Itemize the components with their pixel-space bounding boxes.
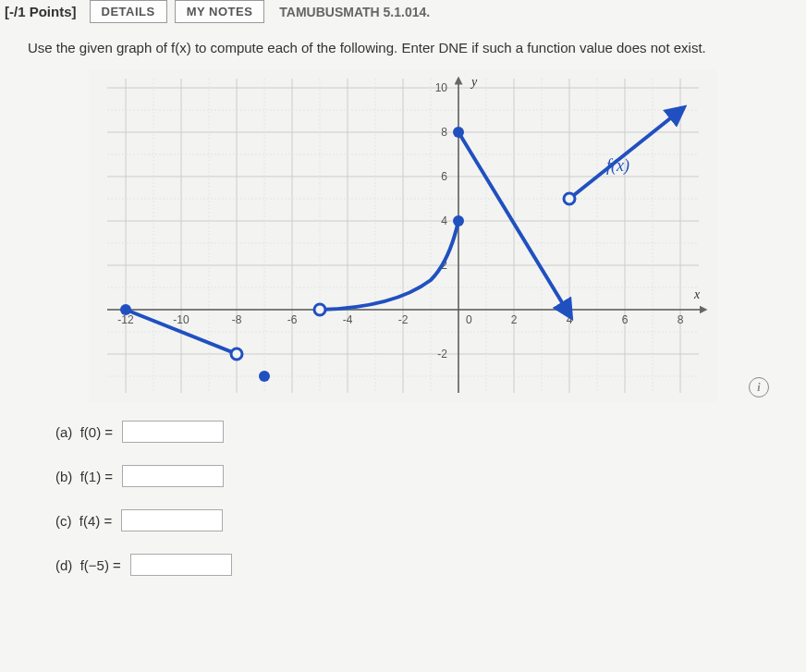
svg-point-63 <box>564 193 575 204</box>
answer-input-c[interactable] <box>121 509 223 531</box>
question-b: (b) f(1) = <box>55 465 806 487</box>
question-c: (c) f(4) = <box>55 509 806 531</box>
svg-text:4: 4 <box>441 214 447 227</box>
svg-text:6: 6 <box>441 170 447 183</box>
question-d: (d) f(−5) = <box>55 554 806 576</box>
svg-text:x: x <box>693 287 701 301</box>
question-a: (a) f(0) = <box>55 421 806 443</box>
assignment-reference: TAMUBUSMATH 5.1.014. <box>279 5 430 19</box>
svg-text:4: 4 <box>567 313 573 326</box>
details-button[interactable]: DETAILS <box>90 0 167 23</box>
graph-container: -12 -10 -8 -6 -4 -2 0 2 4 6 8 -2 2 4 6 8… <box>0 69 806 402</box>
svg-point-58 <box>314 304 325 315</box>
svg-text:8: 8 <box>678 313 684 326</box>
svg-line-62 <box>569 112 678 199</box>
svg-point-56 <box>231 348 242 360</box>
svg-text:-12: -12 <box>117 313 134 326</box>
svg-point-59 <box>453 215 464 226</box>
function-graph: -12 -10 -8 -6 -4 -2 0 2 4 6 8 -2 2 4 6 8… <box>89 69 717 402</box>
svg-text:6: 6 <box>622 313 629 326</box>
svg-text:2: 2 <box>511 313 518 326</box>
instruction-text: Use the given graph of f(x) to compute e… <box>0 31 806 65</box>
my-notes-button[interactable]: MY NOTES <box>175 0 265 23</box>
svg-text:8: 8 <box>441 126 447 139</box>
svg-text:-8: -8 <box>232 313 242 326</box>
svg-text:-10: -10 <box>173 313 189 326</box>
svg-text:-2: -2 <box>437 348 447 360</box>
answer-input-a[interactable] <box>122 421 224 443</box>
svg-text:-2: -2 <box>398 313 409 326</box>
question-c-label: (c) f(4) = <box>55 513 116 529</box>
svg-point-61 <box>453 127 464 138</box>
svg-line-60 <box>458 132 568 312</box>
answer-input-d[interactable] <box>130 554 232 576</box>
question-d-label: (d) f(−5) = <box>55 557 125 573</box>
svg-text:0: 0 <box>466 313 472 326</box>
svg-text:y: y <box>470 75 478 89</box>
answer-input-b[interactable] <box>122 465 224 487</box>
svg-point-57 <box>259 371 270 382</box>
points-label: [-/1 Points] <box>5 4 82 19</box>
question-a-label: (a) f(0) = <box>55 424 116 440</box>
question-b-label: (b) f(1) = <box>55 469 116 484</box>
svg-point-55 <box>120 304 131 315</box>
svg-text:10: 10 <box>435 81 448 94</box>
svg-text:-6: -6 <box>287 313 298 326</box>
questions-list: (a) f(0) = (b) f(1) = (c) f(4) = (d) f(−… <box>0 411 806 576</box>
question-header: [-/1 Points] DETAILS MY NOTES TAMUBUSMAT… <box>0 0 806 31</box>
svg-text:-4: -4 <box>343 313 353 326</box>
info-icon[interactable]: i <box>749 377 769 397</box>
